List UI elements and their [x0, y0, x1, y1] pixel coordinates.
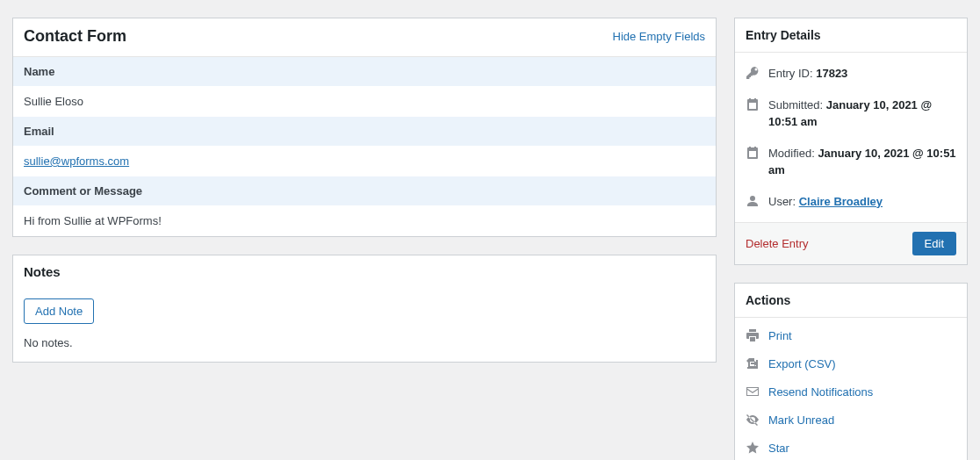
entry-details-panel: Entry Details Entry ID: 17823 Submitted:… [734, 18, 968, 265]
action-export-label: Export (CSV) [768, 357, 836, 370]
entry-id-label: Entry ID: [768, 67, 816, 80]
delete-entry-link[interactable]: Delete Entry [746, 237, 809, 250]
action-mark-unread[interactable]: Mark Unread [735, 406, 967, 434]
actions-panel: Actions Print Export (CSV) [734, 283, 968, 460]
action-unread-label: Mark Unread [768, 413, 834, 427]
entry-id-value: 17823 [816, 67, 847, 80]
action-resend-label: Resend Notifications [768, 385, 873, 399]
action-export[interactable]: Export (CSV) [735, 349, 967, 377]
calendar-icon [746, 146, 760, 160]
field-value-comment: Hi from Sullie at WPForms! [13, 205, 716, 236]
field-value-email: sullie@wpforms.com [13, 146, 716, 176]
calendar-icon [746, 97, 760, 111]
meta-submitted: Submitted: January 10, 2021 @ 10:51 am [735, 90, 967, 138]
entry-details-title: Entry Details [735, 18, 967, 53]
actions-title: Actions [735, 284, 967, 318]
submitted-label: Submitted: [768, 98, 826, 111]
field-value-name: Sullie Eloso [13, 86, 716, 117]
field-label-comment: Comment or Message [13, 176, 716, 205]
eye-slash-icon [746, 413, 760, 427]
field-label-name: Name [13, 57, 716, 86]
action-print[interactable]: Print [735, 321, 967, 349]
email-link[interactable]: sullie@wpforms.com [24, 155, 129, 168]
mail-icon [746, 385, 760, 399]
action-resend[interactable]: Resend Notifications [735, 377, 967, 406]
user-label: User: [768, 195, 799, 208]
modified-label: Modified: [768, 147, 818, 160]
key-icon [746, 66, 760, 80]
notes-panel: Notes Add Note No notes. [12, 255, 717, 363]
field-label-email: Email [13, 117, 716, 146]
notes-empty-text: No notes. [24, 336, 705, 349]
print-icon [746, 328, 760, 342]
user-link[interactable]: Claire Broadley [799, 195, 883, 208]
user-icon [746, 194, 760, 208]
star-icon [746, 441, 760, 455]
edit-button[interactable]: Edit [912, 232, 956, 255]
hide-empty-fields-link[interactable]: Hide Empty Fields [613, 30, 705, 43]
form-title: Contact Form [24, 27, 126, 46]
meta-modified: Modified: January 10, 2021 @ 10:51 am [735, 138, 967, 186]
meta-user: User: Claire Broadley [735, 186, 967, 218]
action-star-label: Star [768, 442, 789, 455]
action-star[interactable]: Star [735, 434, 967, 460]
notes-title: Notes [24, 264, 61, 279]
action-print-label: Print [768, 329, 792, 342]
export-icon [746, 356, 760, 370]
contact-form-panel: Contact Form Hide Empty Fields Name Sull… [12, 18, 717, 237]
meta-entry-id: Entry ID: 17823 [735, 58, 967, 90]
add-note-button[interactable]: Add Note [24, 298, 94, 324]
